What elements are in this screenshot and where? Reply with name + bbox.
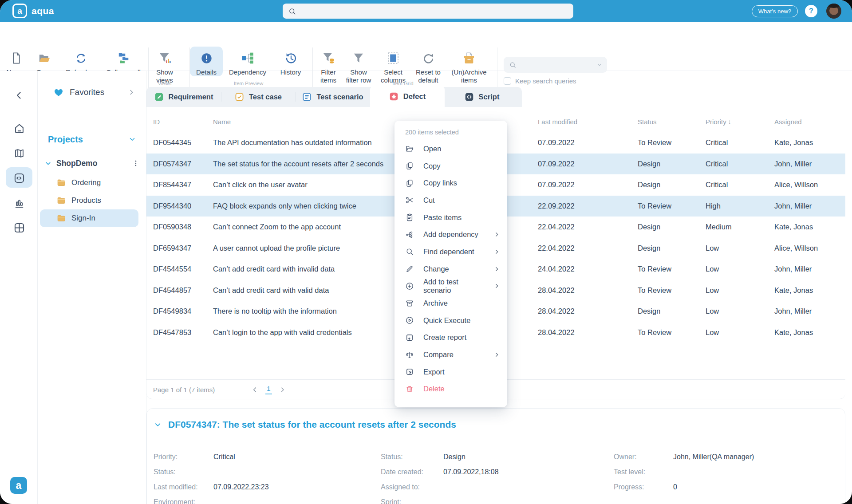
chevron-down-icon[interactable] bbox=[596, 62, 603, 68]
collapse-sidebar-button[interactable] bbox=[12, 89, 26, 102]
context-menu-item[interactable]: Export bbox=[394, 363, 507, 381]
heart-icon bbox=[53, 87, 64, 98]
user-avatar[interactable] bbox=[826, 4, 841, 19]
whats-new-button[interactable]: What’s new? bbox=[752, 5, 798, 17]
folder-icon bbox=[56, 196, 66, 205]
grid-search-input[interactable] bbox=[504, 57, 607, 73]
submenu-chevron-right-icon bbox=[493, 351, 500, 358]
context-menu-item[interactable]: Change bbox=[394, 260, 507, 278]
chevron-down-icon[interactable] bbox=[44, 160, 52, 167]
item-type-tab[interactable]: Test case bbox=[221, 87, 296, 107]
column-header-last-modified[interactable]: Last modified bbox=[538, 118, 638, 126]
field-value: Design bbox=[443, 453, 465, 461]
context-menu-item[interactable]: Open bbox=[394, 140, 507, 158]
cell-last-modified: 07.09.2022 bbox=[538, 160, 638, 168]
context-menu-item[interactable]: Compare bbox=[394, 346, 507, 363]
context-menu-item[interactable]: Add dependency bbox=[394, 226, 507, 243]
context-menu-item[interactable]: Create report bbox=[394, 329, 507, 346]
cell-id: DF0574347 bbox=[153, 160, 213, 168]
test-scenario-icon bbox=[302, 92, 312, 102]
current-page-number[interactable]: 1 bbox=[265, 385, 272, 394]
chevron-right-icon[interactable] bbox=[127, 88, 135, 96]
field-value: 07.09.2022,23:23 bbox=[213, 483, 269, 491]
menu-item-label: Create report bbox=[423, 333, 500, 342]
cell-priority: Critical bbox=[706, 181, 774, 189]
cell-last-modified: 07.09.2022 bbox=[538, 138, 638, 147]
nav-items-button[interactable] bbox=[12, 171, 26, 185]
submenu-chevron-right-icon bbox=[493, 231, 500, 238]
context-menu-item[interactable]: Add to test scenario bbox=[394, 278, 507, 295]
cell-id: DF4549834 bbox=[153, 307, 213, 315]
grid-icon bbox=[13, 222, 25, 234]
open-folder-icon bbox=[405, 144, 414, 153]
add-to-test-scenario-icon bbox=[405, 282, 414, 291]
previous-page-icon[interactable] bbox=[251, 386, 259, 394]
context-menu-item[interactable]: Archive bbox=[394, 295, 507, 312]
folder-tree-item[interactable]: Ordering bbox=[40, 174, 138, 192]
test-case-icon bbox=[235, 92, 244, 102]
history-icon bbox=[284, 51, 298, 66]
menu-item-label: Quick Execute bbox=[423, 316, 500, 325]
project-sidebar: Favorites Projects ShopDemo Ordering Pro… bbox=[38, 71, 146, 504]
column-header-assigned[interactable]: Assigned bbox=[774, 118, 845, 126]
create-report-icon bbox=[405, 333, 414, 342]
aqua-logo-bottom-icon: a bbox=[10, 477, 27, 494]
field-label: Status: bbox=[154, 468, 213, 476]
nav-home-button[interactable] bbox=[12, 122, 26, 135]
column-header-id[interactable]: ID bbox=[153, 118, 213, 126]
cell-status: Design bbox=[638, 307, 706, 315]
context-menu-item[interactable]: Quick Execute bbox=[394, 312, 507, 329]
item-type-tab[interactable]: Requirement bbox=[146, 87, 221, 107]
detail-title-row[interactable]: DF0574347: The set status for the accoun… bbox=[154, 419, 456, 430]
field-label: Priority: bbox=[154, 453, 213, 461]
add-dependency-icon bbox=[405, 230, 414, 239]
cell-assigned: Kate, Jonas bbox=[774, 138, 845, 147]
search-icon bbox=[509, 61, 517, 69]
menu-item-label: Add to test scenario bbox=[423, 278, 484, 295]
collapse-projects-icon bbox=[116, 51, 131, 66]
folder-tree: Ordering Products Sign-In bbox=[38, 174, 146, 227]
item-type-tab[interactable]: Defect bbox=[370, 86, 445, 107]
cell-status: Design bbox=[638, 223, 706, 231]
context-menu-item[interactable]: Copy bbox=[394, 158, 507, 175]
item-type-tabs: Requirement Test case Test scenario Defe… bbox=[146, 87, 522, 107]
script-icon bbox=[465, 92, 474, 102]
global-search-input[interactable] bbox=[283, 4, 573, 19]
cell-id: DF6594347 bbox=[153, 244, 213, 252]
context-menu-item[interactable]: Copy links bbox=[394, 174, 507, 192]
projects-section-header[interactable]: Projects bbox=[48, 131, 136, 147]
show-filter-row-icon bbox=[351, 51, 366, 66]
column-header-status[interactable]: Status bbox=[638, 118, 706, 126]
item-type-tab[interactable]: Test scenario bbox=[296, 87, 370, 107]
context-menu-item[interactable]: Delete bbox=[394, 381, 507, 398]
code-item-icon bbox=[13, 172, 25, 184]
defect-detail-pane: DF0574347: The set status for the accoun… bbox=[146, 408, 845, 504]
context-menu-item[interactable]: Find dependent bbox=[394, 243, 507, 260]
item-type-tab[interactable]: Script bbox=[445, 87, 519, 107]
nav-map-button[interactable] bbox=[12, 146, 26, 160]
context-menu-item[interactable]: Paste items bbox=[394, 209, 507, 226]
cell-id: DF4544554 bbox=[153, 265, 213, 273]
folder-tree-item[interactable]: Sign-In bbox=[40, 209, 138, 227]
quick-execute-icon bbox=[405, 316, 414, 325]
chevron-down-icon[interactable] bbox=[128, 135, 136, 143]
context-menu-item[interactable]: Cut bbox=[394, 192, 507, 209]
chevron-down-icon[interactable] bbox=[154, 421, 162, 429]
kebab-menu-icon[interactable] bbox=[132, 159, 140, 167]
cell-assigned: Alice, Willson bbox=[774, 244, 845, 252]
archive-icon bbox=[405, 299, 414, 308]
field-label: Sprint: bbox=[381, 498, 443, 504]
compare-icon bbox=[405, 350, 414, 359]
nav-dashboard-button[interactable] bbox=[12, 221, 26, 234]
tab-label: Script bbox=[479, 93, 500, 101]
new-document-icon bbox=[10, 51, 23, 66]
page-size-options bbox=[777, 389, 794, 391]
favorites-section[interactable]: Favorites bbox=[38, 83, 146, 101]
folder-tree-item[interactable]: Products bbox=[40, 192, 138, 209]
filter-items-icon bbox=[321, 51, 336, 66]
next-page-icon[interactable] bbox=[279, 386, 286, 394]
nav-reports-button[interactable] bbox=[12, 196, 26, 209]
project-node-shopdemo[interactable]: ShopDemo bbox=[44, 154, 140, 172]
column-header-priority[interactable]: Priority↓ bbox=[706, 118, 774, 126]
help-button[interactable]: ? bbox=[805, 5, 817, 17]
